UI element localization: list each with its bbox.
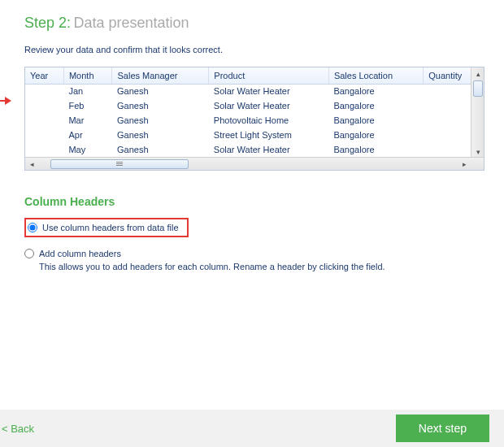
radio-use-file[interactable] (28, 223, 37, 232)
table-row: AprGaneshStreet Light SystemBangalore (25, 128, 484, 142)
table-cell: May (63, 142, 112, 157)
table-cell: Bangalore (328, 142, 423, 157)
table-cell: Ganesh (112, 142, 209, 157)
data-preview-table[interactable]: YearMonthSales ManagerProductSales Locat… (24, 67, 484, 171)
scroll-thumb-horizontal[interactable] (50, 159, 189, 169)
table-row: MayGaneshSolar Water HeaterBangalore (25, 142, 484, 157)
table-cell (25, 113, 63, 128)
column-header[interactable]: Month (63, 67, 112, 84)
table-row: FebGaneshSolar Water HeaterBangalore (25, 98, 484, 113)
column-header[interactable]: Year (25, 67, 63, 84)
table-cell: Ganesh (112, 128, 209, 142)
next-step-button[interactable]: Next step (396, 414, 489, 442)
radio-add-headers-label: Add column headers (39, 249, 121, 258)
table-row: JanGaneshSolar Water HeaterBangalore (25, 84, 484, 98)
highlight-box: Use column headers from data file (24, 218, 189, 237)
wizard-header: Step 2: Data presentation (0, 0, 504, 37)
column-header[interactable]: Sales Manager (112, 67, 209, 84)
table-cell: Solar Water Heater (209, 84, 329, 98)
table-cell: Photovoltaic Home (209, 113, 329, 128)
table-cell: Apr (63, 128, 112, 142)
table-cell: Ganesh (112, 98, 209, 113)
radio-row-use-file: Use column headers from data file (0, 215, 504, 239)
table-cell (25, 98, 63, 113)
table-cell: Bangalore (328, 113, 423, 128)
scroll-left-icon[interactable]: ◂ (25, 158, 38, 171)
table-cell (25, 84, 63, 98)
column-header[interactable]: Product (209, 67, 329, 84)
scroll-right-icon[interactable]: ▸ (458, 158, 471, 171)
table-cell: Ganesh (112, 84, 209, 98)
table-cell: Feb (63, 98, 112, 113)
table-cell: Solar Water Heater (209, 142, 329, 157)
horizontal-scrollbar[interactable]: ◂ ▸ (25, 157, 484, 170)
table-cell (25, 128, 63, 142)
step-heading: Data presentation (73, 15, 189, 31)
table-cell: Solar Water Heater (209, 98, 329, 113)
radio-use-file-label: Use column headers from data file (42, 223, 179, 232)
pointer-arrow-icon (5, 97, 11, 105)
table-cell: Jan (63, 84, 112, 98)
table-cell: Ganesh (112, 113, 209, 128)
table-cell: Bangalore (328, 84, 423, 98)
table-cell: Street Light System (209, 128, 329, 142)
instruction-text: Review your data and confirm that it loo… (0, 37, 504, 67)
table-cell: Bangalore (328, 98, 423, 113)
table-cell (25, 142, 63, 157)
radio-add-help: This allows you to add headers for each … (0, 260, 504, 271)
wizard-footer: < Back Next step (0, 410, 504, 447)
back-button[interactable]: < Back (0, 423, 34, 435)
vertical-scrollbar[interactable]: ▴ ▾ (471, 67, 484, 158)
table-cell: Bangalore (328, 128, 423, 142)
radio-add-headers[interactable] (24, 249, 34, 258)
scroll-thumb-vertical[interactable] (473, 80, 483, 97)
column-headers-title: Column Headers (0, 171, 504, 215)
table-row: MarGaneshPhotovoltaic HomeBangalore (25, 113, 484, 128)
column-header[interactable]: Sales Location (328, 67, 423, 84)
table-cell: Mar (63, 113, 112, 128)
radio-row-add: Add column headers (0, 247, 504, 260)
step-label: Step 2: (24, 15, 71, 31)
scroll-up-icon[interactable]: ▴ (471, 67, 484, 80)
